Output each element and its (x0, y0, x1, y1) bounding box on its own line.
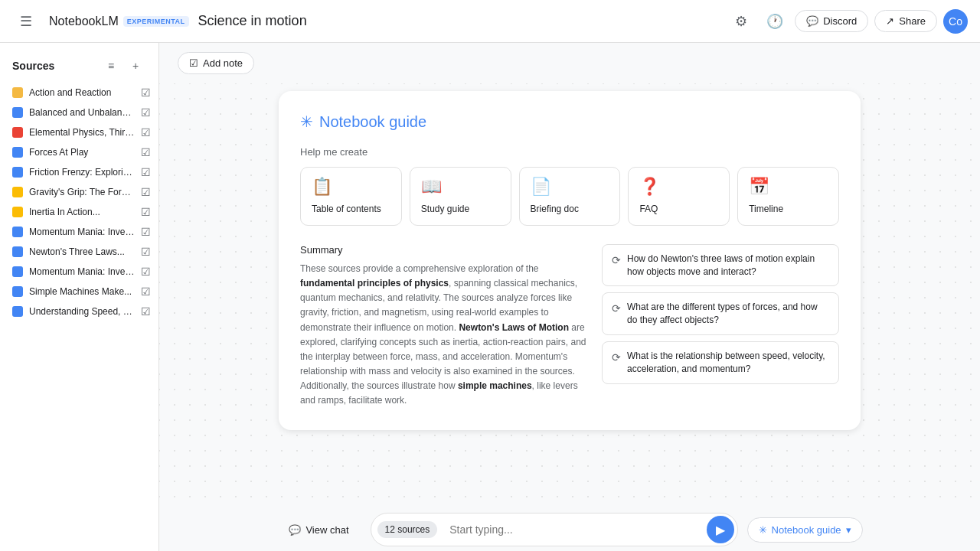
guide-card[interactable]: 📋 Table of contents (300, 167, 402, 226)
source-label: Inertia In Action... (29, 207, 135, 217)
share-label: Share (899, 15, 926, 27)
logo: NotebookLM EXPERIMENTAL (49, 15, 189, 28)
question-item[interactable]: ⟳ How do Newton's three laws of motion e… (602, 244, 839, 287)
source-item[interactable]: Momentum Mania: Inves... ☑ (0, 222, 158, 242)
questions-list: ⟳ How do Newton's three laws of motion e… (602, 244, 839, 409)
panel-title: ✳ Notebook guide (300, 112, 839, 131)
view-chat-label: View chat (305, 524, 348, 536)
chat-icon: 💬 (289, 524, 301, 536)
source-label: Elemental Physics, Third... (29, 127, 135, 138)
source-check-icon: ☑ (141, 86, 151, 99)
question-text: How do Newton's three laws of motion exp… (627, 253, 829, 279)
source-dot (12, 167, 23, 178)
chat-input-container: 12 sources ▶ (371, 513, 738, 546)
topbar-actions: ⚙ 🕐 💬 Discord ↗ Share Co (727, 8, 968, 35)
discord-button[interactable]: 💬 Discord (795, 10, 868, 32)
help-button[interactable]: 🕐 (761, 8, 789, 35)
summary-section: Summary These sources provide a comprehe… (300, 244, 839, 409)
chat-input[interactable] (443, 523, 706, 536)
source-label: Momentum Mania: Inves... (29, 227, 135, 237)
sidebar-header: Sources ≡ + (0, 52, 158, 83)
summary-text: These sources provide a comprehensive ex… (300, 262, 586, 409)
source-label: Simple Machines Make... (29, 286, 135, 297)
source-item[interactable]: Forces At Play ☑ (0, 142, 158, 162)
source-label: Gravity's Grip: The Force... (29, 187, 135, 197)
source-item[interactable]: Momentum Mania: Inves... ☑ (0, 262, 158, 282)
source-label: Newton's Three Laws... (29, 246, 135, 257)
send-icon: ▶ (716, 523, 725, 537)
source-check-icon: ☑ (141, 106, 151, 119)
main-layout: Sources ≡ + Action and Reaction ☑ Balanc… (0, 43, 980, 551)
source-dot (12, 107, 23, 118)
avatar-initials: Co (949, 15, 962, 28)
guide-cards: 📋 Table of contents 📖 Study guide 📄 Brie… (300, 167, 839, 226)
source-item[interactable]: Newton's Three Laws... ☑ (0, 242, 158, 262)
question-item[interactable]: ⟳ What is the relationship between speed… (602, 341, 839, 384)
menu-button[interactable]: ☰ (12, 8, 40, 35)
source-check-icon: ☑ (141, 246, 151, 258)
guide-card[interactable]: 📖 Study guide (410, 167, 511, 226)
settings-icon: ⚙ (735, 13, 747, 30)
summary-content: Summary These sources provide a comprehe… (300, 244, 586, 409)
view-chat-button[interactable]: 💬 View chat (276, 518, 361, 542)
sources-badge[interactable]: 12 sources (377, 521, 438, 538)
question-item[interactable]: ⟳ What are the different types of forces… (602, 292, 839, 335)
source-item[interactable]: Inertia In Action... ☑ (0, 202, 158, 222)
source-dot (12, 127, 23, 138)
guide-card-label: FAQ (639, 203, 658, 216)
add-source-button[interactable]: + (125, 55, 146, 77)
source-item[interactable]: Friction Frenzy: Explorin... ☑ (0, 162, 158, 182)
source-check-icon: ☑ (141, 206, 151, 218)
dotted-area: ✳ Notebook guide Help me create 📋 Table … (159, 83, 980, 508)
source-dot (12, 286, 23, 297)
notebook-title: Science in motion (198, 13, 719, 29)
question-icon: ⟳ (612, 302, 621, 317)
experimental-badge: EXPERIMENTAL (123, 16, 189, 27)
source-check-icon: ☑ (141, 186, 151, 198)
help-icon: 🕐 (766, 13, 783, 30)
sidebar-header-icons: ≡ + (100, 55, 146, 77)
guide-card-icon: 📖 (421, 177, 442, 197)
guide-card[interactable]: 📄 Briefing doc (519, 167, 621, 226)
bottom-bar: 💬 View chat 12 sources ▶ ✳ Notebook guid… (159, 508, 980, 551)
source-item[interactable]: Action and Reaction ☑ (0, 83, 158, 103)
source-item[interactable]: Understanding Speed, Ve... ☑ (0, 302, 158, 321)
source-label: Friction Frenzy: Explorin... (29, 167, 135, 178)
source-item[interactable]: Gravity's Grip: The Force... ☑ (0, 182, 158, 202)
source-item[interactable]: Simple Machines Make... ☑ (0, 282, 158, 302)
guide-card-icon: 📋 (312, 177, 332, 197)
guide-card[interactable]: ❓ FAQ (628, 167, 730, 226)
source-check-icon: ☑ (141, 166, 151, 178)
sources-list: Action and Reaction ☑ Balanced and Unbal… (0, 83, 158, 321)
source-dot (12, 147, 23, 158)
filter-icon: ≡ (108, 60, 114, 72)
send-button[interactable]: ▶ (707, 516, 734, 543)
guide-card-label: Table of contents (312, 203, 381, 216)
source-item[interactable]: Balanced and Unbalance... ☑ (0, 103, 158, 122)
settings-button[interactable]: ⚙ (727, 8, 755, 35)
add-note-button[interactable]: ☑ Add note (178, 52, 254, 74)
question-icon: ⟳ (612, 253, 621, 269)
source-label: Understanding Speed, Ve... (29, 306, 135, 317)
content-area: ☑ Add note ✳ Notebook guide Help me crea… (159, 43, 980, 551)
guide-card-icon: 📅 (749, 177, 769, 197)
avatar[interactable]: Co (943, 9, 968, 34)
guide-card-label: Study guide (421, 203, 469, 216)
source-label: Action and Reaction (29, 87, 135, 98)
share-button[interactable]: ↗ Share (874, 10, 937, 32)
source-check-icon: ☑ (141, 126, 151, 139)
guide-card-icon: 📄 (531, 177, 551, 197)
filter-button[interactable]: ≡ (100, 55, 122, 77)
logo-text: NotebookLM (49, 15, 119, 28)
source-dot (12, 306, 23, 317)
notebook-guide-button[interactable]: ✳ Notebook guide ▾ (747, 517, 863, 543)
source-item[interactable]: Elemental Physics, Third... ☑ (0, 122, 158, 142)
topbar: ☰ NotebookLM EXPERIMENTAL Science in mot… (0, 0, 980, 43)
add-note-icon: ☑ (189, 57, 198, 69)
add-icon: + (132, 60, 139, 72)
guide-card[interactable]: 📅 Timeline (737, 167, 839, 226)
source-check-icon: ☑ (141, 285, 151, 298)
source-label: Forces At Play (29, 147, 135, 158)
question-text: What is the relationship between speed, … (627, 350, 829, 376)
chevron-down-icon: ▾ (846, 524, 851, 536)
